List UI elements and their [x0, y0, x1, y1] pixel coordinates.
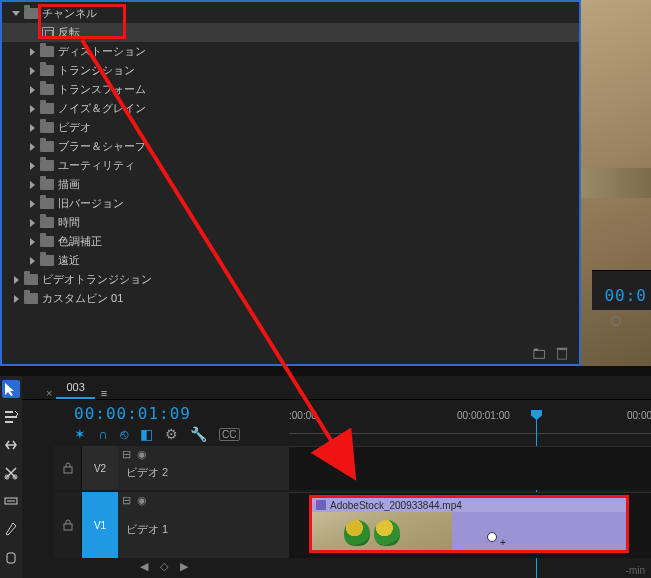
category-transition[interactable]: トランジション	[2, 61, 579, 80]
disclosure-arrow-icon[interactable]	[28, 181, 36, 189]
folder-icon	[40, 217, 54, 228]
add-keyframe-icon[interactable]: ◇	[160, 560, 168, 573]
category-legacy[interactable]: 旧バージョン	[2, 194, 579, 213]
trash-icon[interactable]	[555, 346, 569, 360]
tab-close-icon[interactable]: ×	[42, 387, 56, 399]
svg-rect-9	[64, 524, 72, 530]
ripple-edit-tool[interactable]	[2, 436, 20, 454]
disclosure-arrow-icon[interactable]	[28, 200, 36, 208]
cc-icon[interactable]: CC	[219, 428, 239, 441]
marker-icon[interactable]: ◧	[140, 426, 153, 442]
effects-panel: チャンネル 反転 ディストーション トランジション トランスフォーム	[0, 0, 581, 366]
folder-icon	[40, 141, 54, 152]
track-output-icon[interactable]: ⊟	[122, 494, 131, 507]
disclosure-arrow-icon[interactable]	[12, 295, 20, 303]
track-output-icon[interactable]: ⊟	[122, 448, 131, 461]
category-label: ブラー＆シャープ	[58, 139, 146, 154]
lock-toggle[interactable]	[54, 446, 82, 490]
category-time[interactable]: 時間	[2, 213, 579, 232]
preset-icon	[42, 27, 54, 39]
track-target-v1[interactable]: V1	[82, 492, 118, 558]
category-video-transitions[interactable]: ビデオトランジション	[2, 270, 579, 289]
folder-icon	[40, 198, 54, 209]
track-body-v2[interactable]	[289, 446, 651, 490]
sequence-tab[interactable]: 003	[56, 377, 94, 399]
wrench-icon[interactable]: 🔧	[190, 426, 207, 442]
category-label: 遠近	[58, 253, 80, 268]
clip-adobestock[interactable]: AdobeStock_200933844.mp4 +	[309, 495, 629, 553]
panel-divider[interactable]	[0, 366, 651, 376]
category-label: 色調補正	[58, 234, 102, 249]
new-bin-icon[interactable]	[533, 346, 547, 360]
linked-selection-icon[interactable]: ⎋	[120, 426, 128, 442]
snap-icon[interactable]: ✶	[74, 426, 86, 442]
razor-tool[interactable]	[2, 464, 20, 482]
category-transform[interactable]: トランスフォーム	[2, 80, 579, 99]
svg-rect-8	[64, 467, 72, 473]
disclosure-arrow-icon[interactable]	[28, 67, 36, 75]
disclosure-arrow-icon[interactable]	[28, 105, 36, 113]
category-perspective[interactable]: 遠近	[2, 251, 579, 270]
svg-rect-0	[534, 350, 545, 358]
disclosure-arrow-icon[interactable]	[28, 86, 36, 94]
prev-keyframe-icon[interactable]: ◀	[140, 560, 148, 573]
track-name[interactable]: ビデオ 2	[126, 465, 168, 480]
pager-dot-icon[interactable]	[611, 316, 621, 326]
disclosure-arrow-icon[interactable]	[28, 48, 36, 56]
svg-rect-1	[534, 349, 538, 351]
track-v2: V2 ⊟ ◉ ビデオ 2	[54, 446, 651, 490]
track-v1: V1 ⊟ ◉ ビデオ 1 AdobeStock_200933844.mp4	[54, 492, 651, 558]
category-color-correction[interactable]: 色調補正	[2, 232, 579, 251]
disclosure-arrow-icon[interactable]	[12, 10, 20, 18]
keyframe-nav: ◀ ◇ ▶	[140, 560, 188, 573]
category-blur-sharpen[interactable]: ブラー＆シャープ	[2, 137, 579, 156]
category-channel[interactable]: チャンネル	[2, 4, 579, 23]
track-target-v2[interactable]: V2	[82, 446, 118, 490]
disclosure-arrow-icon[interactable]	[12, 276, 20, 284]
svg-rect-2	[558, 350, 567, 360]
preset-invert[interactable]: 反転	[2, 23, 579, 42]
category-label: ビデオトランジション	[42, 272, 152, 287]
slip-tool[interactable]	[2, 492, 20, 510]
pen-tool[interactable]	[2, 520, 20, 538]
category-draw[interactable]: 描画	[2, 175, 579, 194]
category-label: チャンネル	[42, 6, 97, 21]
track-visibility-icon[interactable]: ◉	[137, 448, 147, 461]
track-name[interactable]: ビデオ 1	[126, 522, 168, 537]
track-visibility-icon[interactable]: ◉	[137, 494, 147, 507]
disclosure-arrow-icon[interactable]	[28, 238, 36, 246]
track-body-v1[interactable]: AdobeStock_200933844.mp4 +	[289, 492, 651, 558]
magnet-icon[interactable]: ∩	[98, 426, 108, 442]
timeline-toolbar: ✶ ∩ ⎋ ◧ ⚙ 🔧 CC	[74, 426, 240, 442]
category-noise-grain[interactable]: ノイズ＆グレイン	[2, 99, 579, 118]
disclosure-arrow-icon[interactable]	[28, 124, 36, 132]
folder-icon	[40, 46, 54, 57]
hand-tool[interactable]	[2, 548, 20, 566]
custom-bin-01[interactable]: カスタムビン 01	[2, 289, 579, 308]
lock-toggle[interactable]	[54, 492, 82, 558]
category-distortion[interactable]: ディストーション	[2, 42, 579, 61]
category-label: カスタムビン 01	[42, 291, 123, 306]
panel-menu-icon[interactable]: ≡	[95, 387, 113, 399]
disclosure-arrow-icon[interactable]	[28, 143, 36, 151]
selection-tool[interactable]	[2, 380, 20, 398]
timeline-timecode[interactable]: 00:00:01:09	[74, 404, 191, 423]
ruler-label: :00:00	[289, 410, 317, 421]
folder-icon	[24, 8, 38, 19]
settings-icon[interactable]: ⚙	[165, 426, 178, 442]
category-utility[interactable]: ユーティリティ	[2, 156, 579, 175]
next-keyframe-icon[interactable]: ▶	[180, 560, 188, 573]
track-select-tool[interactable]	[2, 408, 20, 426]
time-ruler[interactable]: :00:00 00:00:01:00 00:00:02:0	[289, 410, 651, 434]
disclosure-arrow-icon[interactable]	[28, 162, 36, 170]
preset-label: 反転	[58, 25, 80, 40]
category-label: 時間	[58, 215, 80, 230]
folder-icon	[40, 160, 54, 171]
disclosure-arrow-icon[interactable]	[28, 219, 36, 227]
clip-filename: AdobeStock_200933844.mp4	[330, 500, 462, 511]
category-label: 旧バージョン	[58, 196, 124, 211]
category-label: ユーティリティ	[58, 158, 135, 173]
category-video[interactable]: ビデオ	[2, 118, 579, 137]
thumbnail-bird	[344, 520, 370, 546]
disclosure-arrow-icon[interactable]	[28, 257, 36, 265]
